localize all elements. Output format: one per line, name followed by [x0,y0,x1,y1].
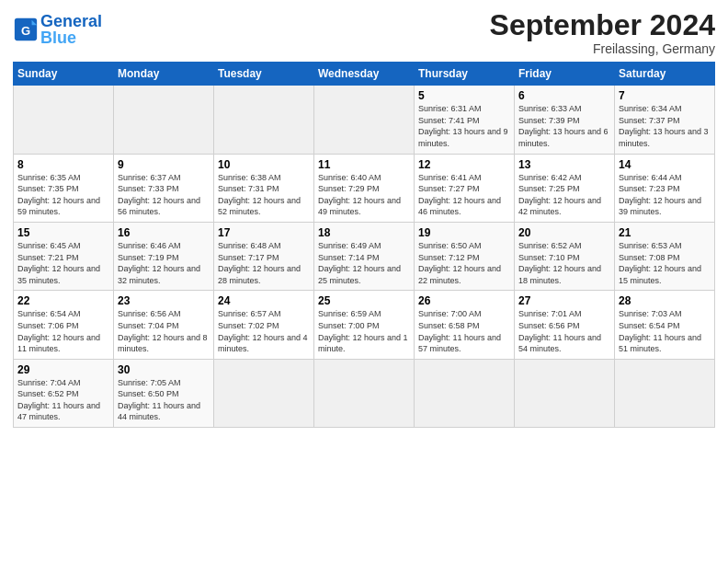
logo-icon: G [13,17,39,42]
calendar-week-row: 5Sunrise: 6:31 AMSunset: 7:41 PMDaylight… [14,86,715,154]
header-saturday: Saturday [615,63,715,86]
calendar-day-cell: 17Sunrise: 6:48 AMSunset: 7:17 PMDayligh… [214,222,314,290]
calendar-day-cell: 18Sunrise: 6:49 AMSunset: 7:14 PMDayligh… [314,222,415,290]
calendar-table: Sunday Monday Tuesday Wednesday Thursday… [13,62,715,428]
calendar-day-cell [314,86,415,154]
header: G GeneralBlue September 2024 Freilassing… [13,9,715,56]
calendar-day-cell: 6Sunrise: 6:33 AMSunset: 7:39 PMDaylight… [515,86,615,154]
calendar-day-cell [214,86,314,154]
calendar-day-cell: 27Sunrise: 7:01 AMSunset: 6:56 PMDayligh… [515,291,615,359]
calendar-day-cell: 30Sunrise: 7:05 AMSunset: 6:50 PMDayligh… [114,359,214,427]
month-year-title: September 2024 [490,9,715,41]
title-block: September 2024 Freilassing, Germany [490,9,715,56]
calendar-day-cell: 12Sunrise: 6:41 AMSunset: 7:27 PMDayligh… [415,154,515,222]
calendar-container: G GeneralBlue September 2024 Freilassing… [0,0,728,437]
calendar-week-row: 29Sunrise: 7:04 AMSunset: 6:52 PMDayligh… [14,359,715,427]
calendar-day-cell: 28Sunrise: 7:03 AMSunset: 6:54 PMDayligh… [615,291,715,359]
header-sunday: Sunday [14,63,114,86]
calendar-day-cell: 25Sunrise: 6:59 AMSunset: 7:00 PMDayligh… [314,291,415,359]
header-monday: Monday [114,63,214,86]
calendar-week-row: 8Sunrise: 6:35 AMSunset: 7:35 PMDaylight… [14,154,715,222]
calendar-day-cell: 5Sunrise: 6:31 AMSunset: 7:41 PMDaylight… [415,86,515,154]
calendar-body: 5Sunrise: 6:31 AMSunset: 7:41 PMDaylight… [14,86,715,428]
calendar-day-cell: 24Sunrise: 6:57 AMSunset: 7:02 PMDayligh… [214,291,314,359]
calendar-day-cell [615,359,715,427]
calendar-day-cell: 29Sunrise: 7:04 AMSunset: 6:52 PMDayligh… [14,359,114,427]
calendar-day-cell: 11Sunrise: 6:40 AMSunset: 7:29 PMDayligh… [314,154,415,222]
calendar-day-cell [515,359,615,427]
calendar-day-cell: 20Sunrise: 6:52 AMSunset: 7:10 PMDayligh… [515,222,615,290]
calendar-day-cell [14,86,114,154]
logo: G GeneralBlue [13,13,102,46]
calendar-day-cell [114,86,214,154]
calendar-day-cell: 10Sunrise: 6:38 AMSunset: 7:31 PMDayligh… [214,154,314,222]
calendar-day-cell: 22Sunrise: 6:54 AMSunset: 7:06 PMDayligh… [14,291,114,359]
calendar-day-cell [214,359,314,427]
header-friday: Friday [515,63,615,86]
calendar-day-cell: 9Sunrise: 6:37 AMSunset: 7:33 PMDaylight… [114,154,214,222]
calendar-day-cell: 23Sunrise: 6:56 AMSunset: 7:04 PMDayligh… [114,291,214,359]
calendar-day-cell: 21Sunrise: 6:53 AMSunset: 7:08 PMDayligh… [615,222,715,290]
header-wednesday: Wednesday [314,63,415,86]
calendar-day-cell: 8Sunrise: 6:35 AMSunset: 7:35 PMDaylight… [14,154,114,222]
calendar-day-cell [415,359,515,427]
calendar-week-row: 22Sunrise: 6:54 AMSunset: 7:06 PMDayligh… [14,291,715,359]
calendar-day-cell: 7Sunrise: 6:34 AMSunset: 7:37 PMDaylight… [615,86,715,154]
calendar-day-cell: 14Sunrise: 6:44 AMSunset: 7:23 PMDayligh… [615,154,715,222]
calendar-week-row: 15Sunrise: 6:45 AMSunset: 7:21 PMDayligh… [14,222,715,290]
header-tuesday: Tuesday [214,63,314,86]
location-text: Freilassing, Germany [490,41,715,56]
calendar-day-cell [314,359,415,427]
calendar-day-cell: 16Sunrise: 6:46 AMSunset: 7:19 PMDayligh… [114,222,214,290]
weekday-header-row: Sunday Monday Tuesday Wednesday Thursday… [14,63,715,86]
calendar-day-cell: 13Sunrise: 6:42 AMSunset: 7:25 PMDayligh… [515,154,615,222]
header-thursday: Thursday [415,63,515,86]
calendar-day-cell: 19Sunrise: 6:50 AMSunset: 7:12 PMDayligh… [415,222,515,290]
svg-text:G: G [21,24,30,38]
logo-text: GeneralBlue [40,13,102,46]
calendar-day-cell: 15Sunrise: 6:45 AMSunset: 7:21 PMDayligh… [14,222,114,290]
calendar-day-cell: 26Sunrise: 7:00 AMSunset: 6:58 PMDayligh… [415,291,515,359]
